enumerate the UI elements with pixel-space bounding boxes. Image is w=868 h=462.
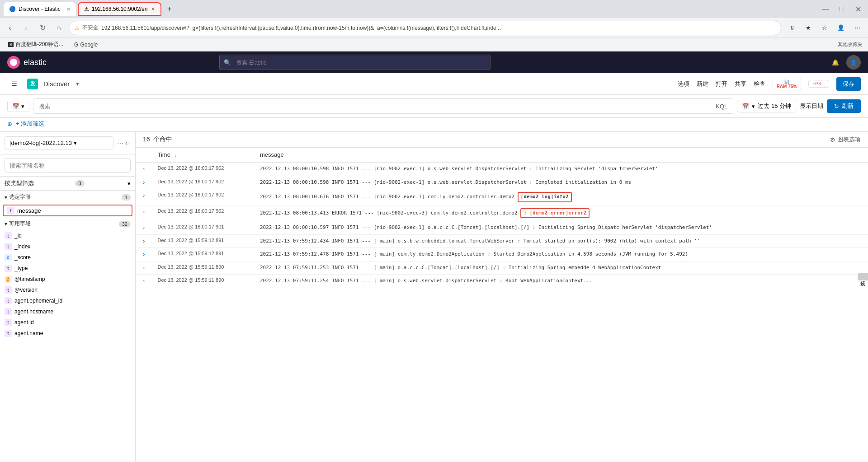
index-pattern-button[interactable]: [demo2-log]-2022.12.13 ▾ [5,136,113,149]
tab-close[interactable]: ✕ [66,6,71,12]
field-item-@version[interactable]: t@version [0,285,135,295]
discover-dropdown-icon[interactable]: ▾ [76,80,79,87]
elastic-logo-inner [10,59,17,66]
forward-button[interactable]: › [20,22,33,34]
time-column-header[interactable]: Time ↓ [152,148,255,162]
time-filter-chevron: ▾ [752,103,755,110]
hamburger-menu-button[interactable]: ☰ [7,77,22,91]
expand-row-button[interactable]: › [141,192,146,199]
share-button[interactable]: 共享 [735,80,746,88]
address-bar[interactable]: ⚠ 不安全 192.168.56.11:5601/app/discover#/?… [69,21,781,35]
bookmark-icon[interactable]: ☆ [817,21,832,35]
index-pattern-dots-icon[interactable]: ⋯ [117,140,123,147]
expand-row-button[interactable]: › [141,165,146,172]
field-search-input[interactable] [5,158,131,173]
field-item-@timestamp[interactable]: @@timestamp [0,274,135,285]
expand-row-button[interactable]: › [141,208,146,215]
new-button[interactable]: 新建 [697,80,708,88]
field-item-agent.name[interactable]: tagent.name [0,328,135,339]
message-text: 2022-12-13 08:00:10.676 INFO 1571 --- [n… [260,194,518,200]
time-cell: Dec 13, 2022 @ 16:00:17.901 [152,221,255,235]
expand-row-button[interactable]: › [141,251,146,257]
account-icon[interactable]: 👤 [834,21,848,35]
table-row: ›Dec 13, 2022 @ 15:59:11.8902022-12-13 0… [136,261,868,275]
chart-options-button[interactable]: ⚙ 图表选项 [830,135,861,144]
browser-chrome: 🔵 Discover - Elastic ✕ ⚠ 192.168.56.10:9… [0,0,868,18]
back-button[interactable]: ‹ [4,22,16,34]
save-button[interactable]: 保存 [836,77,861,91]
translate-icon[interactable]: Ꞷ [785,21,799,35]
bell-icon[interactable]: 🔔 [828,55,843,70]
field-item-agent.id[interactable]: tagent.id [0,317,135,328]
fps-badge: FPS... [808,80,829,88]
menu-icon[interactable]: ⋯ [850,21,864,35]
elastic-search-input[interactable] [219,55,491,70]
reload-button[interactable]: ↻ [36,22,49,34]
time-filter: 📅 ▾ 过去 15 分钟 [737,100,796,112]
field-item-agent.ephemeral_id[interactable]: tagent.ephemeral_id [0,295,135,306]
filter-type-label: 按类型筛选 [5,179,34,187]
expand-row-button[interactable]: › [141,224,146,231]
new-tab-button[interactable]: + [163,3,176,15]
field-name: agent.id [14,319,34,326]
tab-error-close[interactable]: ✕ [151,6,155,12]
user-avatar[interactable]: 👤 [846,55,861,70]
filter-icon[interactable]: ⊕ [7,121,12,127]
options-button[interactable]: 选项 [678,80,689,88]
profile-icon[interactable]: ★ [801,21,816,35]
expand-row-button[interactable]: › [141,238,146,244]
kql-button[interactable]: KQL [710,98,733,114]
selected-field-message[interactable]: t message [3,205,132,216]
address-text[interactable]: 192.168.56.11:5601/app/discover#/?_g=(fi… [101,25,775,31]
minimize-button[interactable]: — [819,3,832,15]
tab-error-title: 192.168.56.10:9002/err [92,6,148,12]
available-fields-header[interactable]: ▾ 可用字段 32 [0,217,135,230]
tab-title: Discover - Elastic [19,6,61,12]
add-filter-button[interactable]: + 添加筛选 [16,120,44,128]
tab-error[interactable]: ⚠ 192.168.56.10:9002/err ✕ [78,2,161,16]
field-item-agent.hostname[interactable]: tagent.hostname [0,306,135,317]
time-filter-button[interactable]: 📅 ▾ 过去 15 分钟 [737,100,796,112]
bookmark-baidu[interactable]: 🅱 百度翻译-200种语... [5,40,66,49]
tab-discover[interactable]: 🔵 Discover - Elastic ✕ [4,2,76,16]
elastic-logo[interactable]: elastic [7,56,47,69]
field-list: t_idt_index#_scoret_type@@timestampt@ver… [0,230,135,339]
sidebar-filter: 按类型筛选 0 ▾ [0,177,135,191]
field-item-_type[interactable]: t_type [0,263,135,274]
field-type-badge: t [5,286,12,294]
show-date-button[interactable]: 显示日期 [800,102,823,110]
discover-app-badge: 发 [27,79,38,89]
results-count-number: 16 [143,135,150,143]
table-row: ›Dec 13, 2022 @ 16:00:17.9022022-12-13 0… [136,162,868,176]
index-selector-button[interactable]: 📅 ▾ [7,101,29,112]
open-button[interactable]: 打开 [716,80,727,88]
field-item-_score[interactable]: #_score [0,252,135,263]
expand-row-button[interactable]: › [141,264,146,271]
time-cell: Dec 13, 2022 @ 15:59:11.890 [152,275,255,288]
field-item-_id[interactable]: t_id [0,230,135,241]
inspect-button[interactable]: 检查 [754,80,765,88]
close-window-button[interactable]: ✕ [852,3,864,15]
table-header: Time ↓ message [136,148,868,162]
results-count: 16 个命中 [143,135,172,144]
time-cell: Dec 13, 2022 @ 15:59:12.891 [152,248,255,261]
search-input[interactable] [33,98,710,114]
expand-row-button[interactable]: › [141,277,146,284]
table-wrapper[interactable]: Time ↓ message ›Dec 13, 2022 @ 16:00:17.… [136,148,868,462]
filter-dropdown-icon[interactable]: ▾ [127,180,131,187]
index-pattern-arrow-icon[interactable]: ⇐ [125,140,131,147]
discover-nav: ☰ 发 Discover ▾ 选项 新建 打开 共享 检查 📊 RAM 75% … [0,73,868,95]
home-button[interactable]: ⌂ [52,22,65,34]
selected-field-type-badge: t [7,207,14,214]
refresh-button[interactable]: ↻ 刷新 [827,99,861,113]
side-feedback[interactable]: 反馈 [858,273,868,280]
maximize-button[interactable]: □ [835,3,848,15]
selected-fields-header[interactable]: ▾ 选定字段 1 [0,191,135,204]
tab-favicon: 🔵 [9,6,16,12]
ram-label: RAM 75% [777,84,797,89]
bookmark-google[interactable]: G Google [71,41,100,49]
field-item-_index[interactable]: t_index [0,241,135,252]
elastic-header: elastic 🔍 🔔 👤 [0,51,868,73]
expand-row-button[interactable]: › [141,179,146,186]
table-row: ›Dec 13, 2022 @ 16:00:17.9022022-12-13 0… [136,205,868,221]
